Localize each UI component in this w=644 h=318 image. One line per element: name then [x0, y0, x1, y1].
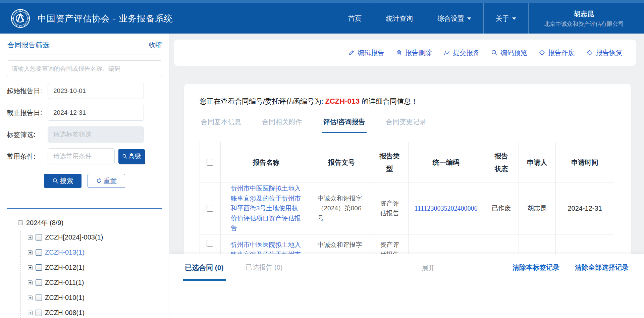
row-checkbox[interactable] [207, 205, 213, 212]
selected-reports-tab[interactable]: 已选报告 (0) [244, 263, 285, 280]
user-info[interactable]: 胡志昆 北京中诚众和资产评估有限公司 [528, 3, 644, 34]
contract-report-search-input[interactable] [7, 60, 162, 77]
reset-button[interactable]: 重置 [88, 174, 125, 188]
clear-tab-records-link[interactable]: 清除本标签记录 [513, 263, 559, 272]
end-date-input[interactable] [48, 105, 144, 121]
tree-item-label: ZCZH-013(1) [45, 249, 85, 256]
report-status-cell: 已作废 [484, 182, 519, 234]
tree-checkbox[interactable] [36, 234, 42, 241]
row-checkbox[interactable] [207, 240, 213, 247]
apply-time-cell: 2024-12-31 [556, 182, 614, 234]
expand-link[interactable]: 展开 [422, 264, 435, 273]
tab-contract-basic-info[interactable]: 合同基本信息 [200, 117, 243, 133]
tree-checkbox[interactable] [36, 310, 42, 316]
col-report-name: 报告名称 [220, 142, 312, 182]
code-preview-action[interactable]: 编码预览 [491, 48, 527, 57]
tree-checkbox[interactable] [36, 264, 42, 271]
advanced-button-label: 高级 [128, 152, 141, 161]
restore-report-action[interactable]: 报告恢复 [586, 48, 623, 57]
nav-item-home[interactable]: 首页 [336, 3, 374, 34]
nav-item-general-settings[interactable]: 综合设置 [425, 3, 483, 34]
expand-plus-icon[interactable]: + [28, 296, 33, 300]
search-button[interactable]: 搜索 [44, 174, 82, 188]
app-logo-icon[interactable] [11, 9, 30, 28]
start-date-label: 起始报告日: [7, 87, 48, 96]
col-applicant: 申请人 [519, 142, 555, 182]
end-date-row: 截止报告日: [7, 105, 162, 121]
col-report-status: 报告 状态 [484, 142, 519, 182]
tree-item-zczh-013[interactable]: + ZCZH-013(1) [28, 245, 162, 260]
report-doc-no-cell: 中诚众和评报字（2024）第006 号 [312, 182, 371, 234]
report-type-cell: 资产评估报告 [371, 182, 408, 234]
tab-contract-change-records[interactable]: 合同变更记录 [385, 117, 428, 133]
tree-item-zczh-010[interactable]: + ZCZH-010(1) [28, 290, 162, 305]
delete-report-label: 报告删除 [405, 48, 432, 57]
detail-tabs: 合同基本信息 合同相关附件 评估/咨询报告 合同变更记录 [200, 117, 614, 133]
tree-root-label[interactable]: 2024年 (8/9) [26, 218, 63, 227]
filter-title: 合同报告筛选 [7, 40, 50, 50]
void-report-action[interactable]: 报告作废 [539, 48, 575, 57]
delete-report-action[interactable]: 报告删除 [396, 48, 432, 57]
clear-all-records-link[interactable]: 清除全部选择记录 [575, 263, 629, 272]
collapse-minus-icon[interactable]: - [18, 220, 23, 225]
row-checkbox-cell [200, 182, 221, 234]
magnifier-icon [122, 154, 127, 159]
report-name-link[interactable]: 忻州市中医医院拟土地入账事宜涉及的位于忻州市和平西街3号土地使用权价值评估项目资… [231, 185, 301, 231]
submit-report-label: 提交报备 [453, 48, 480, 57]
filter-sidebar: 合同报告筛选 收缩 起始报告日: 截止报告日: 标签筛选: 常用条件: 高级 [0, 34, 169, 318]
reports-table-header: 报告名称 报告文号 报告类 型 统一编码 报告 状态 申请人 申请时间 [200, 142, 614, 182]
end-date-label: 截止报告日: [7, 108, 48, 117]
main-nav: 首页 统计查询 综合设置 关于 [336, 3, 528, 34]
tree-item-zczh-012[interactable]: + ZCZH-012(1) [28, 260, 162, 275]
advanced-button[interactable]: 高级 [118, 149, 145, 164]
tree-children: + ZCZH[2024]-003(1) + ZCZH-013(1) + ZCZH… [20, 230, 162, 318]
tree-checkbox[interactable] [36, 249, 42, 256]
expand-plus-icon[interactable]: + [28, 250, 33, 255]
common-condition-input[interactable] [48, 148, 115, 164]
search-button-label: 搜索 [60, 176, 73, 186]
selected-contracts-tab[interactable]: 已选合同 (0) [183, 263, 226, 281]
nav-item-about[interactable]: 关于 [483, 3, 528, 34]
contract-tree: - 2024年 (8/9) + ZCZH[2024]-003(1) + ZCZH… [7, 217, 162, 318]
header-checkbox-cell [200, 142, 221, 182]
unified-code-cell: 1111230035202400006 [408, 182, 484, 234]
report-name-cell: 忻州市中医医院拟土地入账事宜涉及的位于忻州市和平西街3号土地使用权价值评估项目资… [220, 182, 312, 234]
tag-filter-label: 标签筛选: [7, 130, 48, 139]
restore-eraser-icon [586, 49, 593, 56]
tree-root-row: - 2024年 (8/9) [18, 217, 162, 228]
select-all-checkbox[interactable] [207, 159, 213, 166]
expand-plus-icon[interactable]: + [28, 311, 33, 315]
reset-button-label: 重置 [104, 176, 117, 186]
tag-filter-input[interactable] [48, 126, 144, 143]
submit-report-action[interactable]: 提交报备 [443, 48, 480, 57]
table-row: 忻州市中医医院拟土地入账事宜涉及的位于忻州市和平西街3号土地使用权价值评估项目资… [200, 182, 614, 234]
main-content: 编辑报告 报告删除 提交报备 编码预览 [169, 34, 644, 318]
tab-appraisal-reports[interactable]: 评估/咨询报告 [322, 117, 367, 133]
tree-item-label: ZCZH-011(1) [45, 279, 84, 286]
nav-item-statistics-query[interactable]: 统计查询 [374, 3, 425, 34]
tab-contract-attachments[interactable]: 合同相关附件 [261, 117, 304, 133]
common-condition-label: 常用条件: [7, 152, 48, 161]
submit-check-icon [443, 49, 450, 56]
collapse-link[interactable]: 收缩 [149, 41, 162, 49]
edit-report-action[interactable]: 编辑报告 [348, 48, 384, 57]
unified-code-link[interactable]: 1111230035202400006 [415, 205, 478, 212]
reset-refresh-icon [96, 178, 102, 184]
expand-plus-icon[interactable]: + [28, 265, 33, 270]
pencil-icon [348, 49, 355, 56]
clear-links: 清除本标签记录 清除全部选择记录 [513, 263, 629, 272]
tree-item-zczh-008[interactable]: + ZCZH-008(1) [28, 305, 162, 318]
code-preview-label: 编码预览 [500, 48, 527, 57]
tree-item-zczh-011[interactable]: + ZCZH-011(1) [28, 275, 162, 290]
start-date-input[interactable] [48, 83, 144, 99]
contract-info-text: 您正在查看合同编号/委托评估函编号为: ZCZH-013 的详细合同信息！ [200, 97, 614, 106]
contract-info-prefix: 您正在查看合同编号/委托评估函编号为: [200, 97, 325, 105]
nav-item-home-label: 首页 [348, 14, 362, 23]
void-eraser-icon [539, 49, 545, 56]
tree-checkbox[interactable] [36, 279, 42, 286]
tree-item-zczh-2024-003[interactable]: + ZCZH[2024]-003(1) [28, 230, 162, 245]
tree-item-label: ZCZH-010(1) [45, 294, 85, 302]
tree-checkbox[interactable] [36, 295, 42, 301]
expand-plus-icon[interactable]: + [28, 235, 33, 240]
expand-plus-icon[interactable]: + [28, 280, 33, 285]
